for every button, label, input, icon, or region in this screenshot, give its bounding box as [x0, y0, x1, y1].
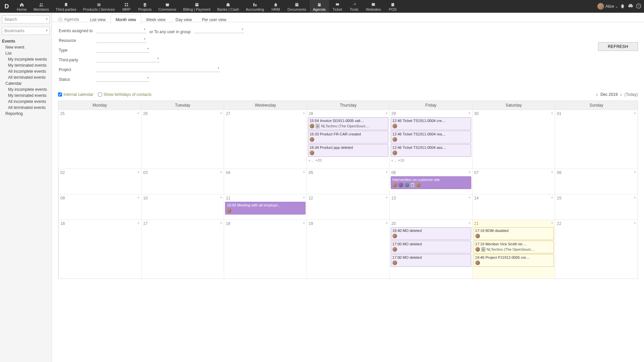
calendar-event[interactable]: 17:18 BOM disabled [474, 227, 554, 240]
calendar-event[interactable]: 17:00 MO deleted [391, 254, 471, 267]
calendar-cell[interactable]: 26+ [141, 110, 224, 169]
add-event-button[interactable]: + [551, 170, 553, 174]
calendar-event[interactable]: 12:46 Ticket TS1911-0004 rea… [391, 131, 471, 143]
tab-week-view[interactable]: Week view [141, 14, 171, 25]
app-logo[interactable]: D [0, 0, 13, 13]
filter-assigned-select[interactable] [96, 27, 146, 33]
add-event-button[interactable]: + [634, 195, 636, 200]
refresh-button[interactable]: REFRESH [598, 42, 638, 51]
sidebar-item-calendar[interactable]: Calendar [2, 80, 50, 86]
calendar-cell[interactable]: 11+10:00 Meeting with all employe… [224, 194, 307, 220]
topmenu-products-services[interactable]: Products | Services [80, 0, 118, 13]
calendar-cell[interactable]: 28+15:54 Invoice SI1911-0005 vali…NLTech… [307, 110, 389, 169]
sidebar-item-list[interactable]: List [2, 50, 50, 56]
calendar-cell[interactable]: 08+ [555, 169, 638, 194]
calendar-cell[interactable]: 19+ [307, 220, 389, 279]
calendar-cell[interactable]: 01+ [555, 110, 638, 169]
prev-month-button[interactable]: ‹ [595, 92, 598, 97]
add-event-button[interactable]: + [220, 111, 222, 115]
filter-resource-select[interactable] [96, 37, 146, 43]
topmenu-documents[interactable]: Documents [284, 0, 310, 13]
calendar-cell[interactable]: 25+ [58, 110, 141, 169]
add-event-button[interactable]: + [551, 195, 553, 200]
topmenu-home[interactable]: Home [13, 0, 30, 13]
more-events-toggle[interactable]: ... +10 [391, 158, 471, 162]
topmenu-agenda[interactable]: Agenda [310, 0, 329, 13]
topmenu-websites[interactable]: Websites [363, 0, 384, 13]
filter-thirdparty-select[interactable] [96, 56, 160, 62]
calendar-cell[interactable]: 21+17:18 BOM disabled17:18 Member Vick S… [472, 220, 555, 279]
calendar-event[interactable]: 16:33 Product FR-CAR created [308, 131, 388, 143]
bookmarks-dropdown[interactable]: Bookmarks [2, 27, 50, 35]
sidebar-item-my-incomplete-events[interactable]: My incomplete events [2, 86, 50, 93]
calendar-event[interactable]: Intervention on customer site [391, 176, 471, 189]
topmenu-tools[interactable]: Tools [346, 0, 363, 13]
filter-group-select[interactable] [194, 27, 244, 33]
calendar-event[interactable]: 10:00 Meeting with all employe… [225, 202, 306, 215]
add-event-button[interactable]: + [634, 111, 636, 115]
add-event-button[interactable]: + [220, 221, 222, 225]
add-event-button[interactable]: + [137, 170, 140, 174]
topmenu-pos[interactable]: POS [384, 0, 401, 13]
calendar-cell[interactable]: 06+Intervention on customer site [389, 169, 472, 194]
topmenu-mrp[interactable]: MRP [118, 0, 135, 13]
add-event-button[interactable]: + [551, 111, 553, 115]
add-event-button[interactable]: + [137, 221, 140, 225]
add-event-button[interactable]: + [468, 170, 471, 174]
add-event-button[interactable]: + [385, 111, 388, 115]
calendar-cell[interactable]: 14+ [472, 194, 555, 220]
calendar-cell[interactable]: 13+ [389, 194, 472, 220]
print-icon[interactable] [628, 3, 633, 10]
calendar-cell[interactable]: 10+ [141, 194, 224, 220]
calendar-event[interactable]: 12:46 Ticket TS1911-0004 ass… [391, 144, 471, 157]
calendar-cell[interactable]: 29+12:46 Ticket TS1911-0004 cre…12:46 Ti… [389, 110, 472, 169]
sidebar-item-all-terminated-events[interactable]: All terminated events [2, 105, 50, 111]
calendar-cell[interactable]: 30+ [472, 110, 555, 169]
sidebar-item-reporting[interactable]: Reporting [2, 111, 50, 117]
tab-per-user-view[interactable]: Per user view [197, 14, 231, 25]
tab-list-view[interactable]: List view [85, 14, 111, 25]
sidebar-item-events[interactable]: Events [2, 38, 50, 44]
add-event-button[interactable]: + [137, 111, 140, 115]
calendar-cell[interactable]: 02+ [58, 169, 141, 194]
calendar-event[interactable]: 19:46 Project PJ1912-0005 cre… [474, 254, 554, 267]
filter-status-select[interactable] [96, 76, 150, 82]
add-event-button[interactable]: + [220, 170, 222, 174]
show-birthdays-checkbox[interactable] [98, 93, 102, 97]
next-month-button[interactable]: › [620, 92, 623, 97]
option-show-birthdays[interactable]: Show birthdays of contacts [98, 92, 151, 97]
tab-month-view[interactable]: Month view [111, 14, 141, 25]
topmenu-commerce[interactable]: Commerce [155, 0, 180, 13]
search-input[interactable]: Search [2, 15, 50, 23]
calendar-event[interactable]: 17:18 Member Vick Smith ter…NLTechno (Th… [474, 241, 554, 253]
filter-type-select[interactable] [96, 47, 150, 53]
add-event-button[interactable]: + [303, 195, 305, 200]
topmenu-ticket[interactable]: Ticket [329, 0, 346, 13]
bug-icon[interactable] [620, 3, 625, 10]
add-event-button[interactable]: + [634, 170, 636, 174]
calendar-event[interactable]: 16:34 Product ppp deleted [308, 144, 388, 157]
calendar-cell[interactable]: 17+ [141, 220, 224, 279]
calendar-event[interactable]: 12:46 Ticket TS1911-0004 cre… [391, 117, 471, 130]
sidebar-item-all-incomplete-events[interactable]: All incomplete events [2, 99, 50, 105]
topmenu-billing-payment[interactable]: Billing | Payment [180, 0, 214, 13]
sidebar-item-all-incomplete-events[interactable]: All incomplete events [2, 68, 50, 74]
add-event-button[interactable]: + [468, 111, 471, 115]
add-event-button[interactable]: + [468, 195, 471, 200]
option-internal-calendar[interactable]: Internal calendar [58, 92, 93, 97]
add-event-button[interactable]: + [468, 221, 471, 225]
more-events-toggle[interactable]: ... +20 [308, 158, 388, 162]
sidebar-item-my-terminated-events[interactable]: My terminated events [2, 62, 50, 68]
sidebar-item-my-terminated-events[interactable]: My terminated events [2, 93, 50, 99]
topmenu-members[interactable]: Members [30, 0, 52, 13]
calendar-event[interactable]: 16:40 MO deleted [391, 227, 471, 240]
topmenu-projects[interactable]: Projects [135, 0, 155, 13]
calendar-cell[interactable]: 27+ [224, 110, 307, 169]
topmenu-hrm[interactable]: HRM [267, 0, 284, 13]
calendar-cell[interactable]: 20+16:40 MO deleted17:00 MO deleted17:00… [389, 220, 472, 279]
add-event-button[interactable]: + [303, 170, 305, 174]
help-icon[interactable]: ? [636, 3, 641, 10]
topmenu-accounting[interactable]: Accounting [243, 0, 267, 13]
calendar-event[interactable]: 17:00 MO deleted [391, 241, 471, 253]
add-event-button[interactable]: + [220, 195, 222, 200]
